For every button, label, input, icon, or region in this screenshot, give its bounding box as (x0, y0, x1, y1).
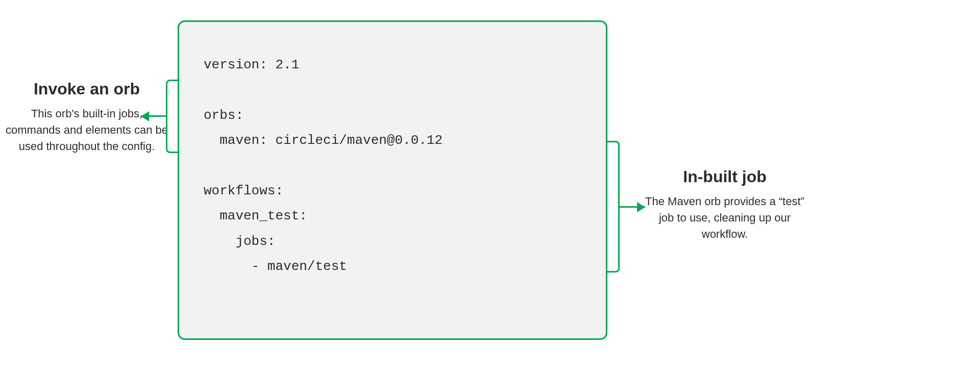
bracket-right-icon (607, 141, 620, 273)
arrow-left-icon (141, 112, 167, 120)
right-annotation-title: In-built job (643, 167, 806, 186)
bracket-left-icon (166, 80, 178, 153)
code-content: version: 2.1 orbs: maven: circleci/maven… (204, 53, 581, 280)
right-annotation-body: The Maven orb provides a “test” job to u… (643, 193, 806, 242)
right-annotation: In-built job The Maven orb provides a “t… (643, 167, 806, 242)
code-box: version: 2.1 orbs: maven: circleci/maven… (178, 20, 607, 340)
left-annotation-title: Invoke an orb (5, 80, 168, 98)
arrow-right-icon (619, 203, 645, 211)
diagram-container: Invoke an orb This orb's built-in jobs, … (0, 0, 980, 371)
